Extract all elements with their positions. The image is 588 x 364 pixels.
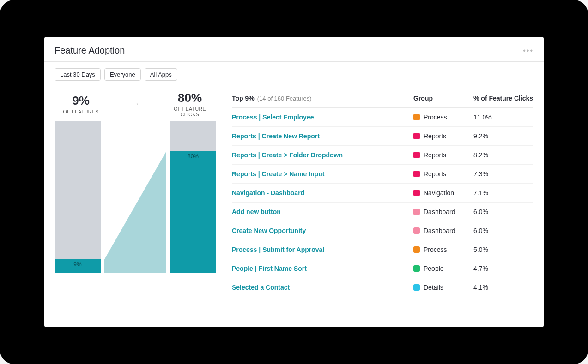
th-feature-main: Top 9% [232,95,255,102]
cell-feature: Navigation - Dashboard [232,189,413,197]
table-row: Selected a ContactDetails4.1% [232,278,533,297]
th-feature: Top 9% (14 of 160 Features) [232,95,413,102]
bar-clicks-label: 80% [188,153,199,160]
cell-pct: 5.0% [473,246,533,253]
th-pct: % of Feature Clicks [473,95,533,102]
group-label: Details [424,284,443,291]
feature-link[interactable]: Reports | Create > Folder Dropdown [232,151,343,159]
group-swatch-icon [413,265,420,272]
svg-marker-0 [104,151,166,273]
group-label: Dashboard [424,208,455,215]
group-swatch-icon [413,133,420,139]
filter-segment[interactable]: Everyone [104,68,141,81]
table-row: Navigation - DashboardNavigation7.1% [232,184,533,203]
group-swatch-icon [413,152,420,158]
cell-group: People [413,265,473,272]
cell-pct: 11.0% [473,113,533,121]
group-label: Process [424,246,447,253]
group-swatch-icon [413,227,420,234]
cell-feature: Selected a Contact [232,284,413,291]
group-label: Navigation [424,189,454,197]
group-swatch-icon [413,246,420,253]
cell-feature: Add new button [232,208,413,215]
stat-features-label: OF FEATURES [55,109,106,114]
group-swatch-icon [413,114,420,120]
filter-date-range[interactable]: Last 30 Days [55,68,101,81]
group-swatch-icon [413,209,420,215]
chart-wedge [104,121,166,273]
cell-feature: Process | Submit for Approval [232,246,413,253]
group-label: Reports [424,132,446,140]
feature-link[interactable]: Process | Select Employee [232,113,314,121]
cell-group: Dashboard [413,208,473,215]
features-table: Top 9% (14 of 160 Features) Group % of F… [232,91,533,327]
stat-clicks-label: OF FEATURE CLICKS [164,106,215,117]
stat-clicks: 80% OF FEATURE CLICKS [164,91,215,117]
cell-group: Reports [413,132,473,140]
more-icon[interactable]: ••• [523,47,533,55]
cell-group: Process [413,246,473,253]
card-body: 9% OF FEATURES → 80% OF FEATURE CLICKS 9… [44,83,544,327]
table-row: Reports | Create > Folder DropdownReport… [232,146,533,165]
feature-link[interactable]: Selected a Contact [232,284,290,291]
table-row: Add new buttonDashboard6.0% [232,203,533,221]
table-body: Process | Select EmployeeProcess11.0%Rep… [232,108,533,297]
bar-clicks: 80% [170,121,216,273]
card-header: Feature Adoption ••• [44,37,544,62]
feature-link[interactable]: Process | Submit for Approval [232,246,324,253]
cell-feature: People | First Name Sort [232,265,413,272]
bar-features: 9% [55,121,101,273]
bar-features-label: 9% [73,261,81,268]
feature-link[interactable]: People | First Name Sort [232,265,307,272]
table-row: Process | Select EmployeeProcess11.0% [232,108,533,127]
cell-pct: 4.7% [473,265,533,272]
cell-pct: 6.0% [473,208,533,215]
cell-pct: 7.1% [473,189,533,197]
group-swatch-icon [413,171,420,177]
group-label: Reports [424,151,446,159]
group-label: Reports [424,170,446,178]
feature-link[interactable]: Add new button [232,208,281,215]
cell-group: Navigation [413,189,473,197]
bar-features-fill: 9% [55,259,101,273]
group-label: Dashboard [424,227,455,234]
feature-adoption-card: Feature Adoption ••• Last 30 Days Everyo… [44,37,544,327]
chart-summary: 9% OF FEATURES → 80% OF FEATURE CLICKS [55,91,216,121]
filter-apps[interactable]: All Apps [145,68,177,81]
stat-features: 9% OF FEATURES [55,94,106,114]
feature-link[interactable]: Create New Opportunity [232,227,306,234]
th-feature-sub: (14 of 160 Features) [257,95,312,102]
filter-bar: Last 30 Days Everyone All Apps [44,62,544,83]
cell-pct: 6.0% [473,227,533,234]
bar-clicks-fill: 80% [170,151,216,273]
group-swatch-icon [413,284,420,291]
cell-group: Reports [413,170,473,178]
group-label: Process [424,113,447,121]
cell-feature: Reports | Create > Folder Dropdown [232,151,413,159]
card-title: Feature Adoption [55,45,125,56]
cell-feature: Reports | Create New Report [232,132,413,140]
table-header: Top 9% (14 of 160 Features) Group % of F… [232,91,533,108]
cell-feature: Process | Select Employee [232,113,413,121]
table-row: Reports | Create New ReportReports9.2% [232,127,533,146]
table-row: Create New OpportunityDashboard6.0% [232,221,533,240]
cell-group: Process [413,113,473,121]
table-row: Process | Submit for ApprovalProcess5.0% [232,240,533,259]
th-group: Group [413,95,473,102]
table-row: People | First Name SortPeople4.7% [232,259,533,278]
cell-pct: 4.1% [473,284,533,291]
adoption-chart: 9% OF FEATURES → 80% OF FEATURE CLICKS 9… [55,91,216,327]
cell-group: Dashboard [413,227,473,234]
cell-group: Reports [413,151,473,159]
feature-link[interactable]: Reports | Create > Name Input [232,170,324,178]
cell-pct: 7.3% [473,170,533,178]
cell-pct: 8.2% [473,151,533,159]
group-label: People [424,265,444,272]
chart-bars: 9% 80% [55,121,216,273]
cell-pct: 9.2% [473,132,533,140]
cell-group: Details [413,284,473,291]
stat-clicks-value: 80% [164,91,215,105]
cell-feature: Reports | Create > Name Input [232,170,413,178]
feature-link[interactable]: Navigation - Dashboard [232,189,304,197]
feature-link[interactable]: Reports | Create New Report [232,132,320,140]
